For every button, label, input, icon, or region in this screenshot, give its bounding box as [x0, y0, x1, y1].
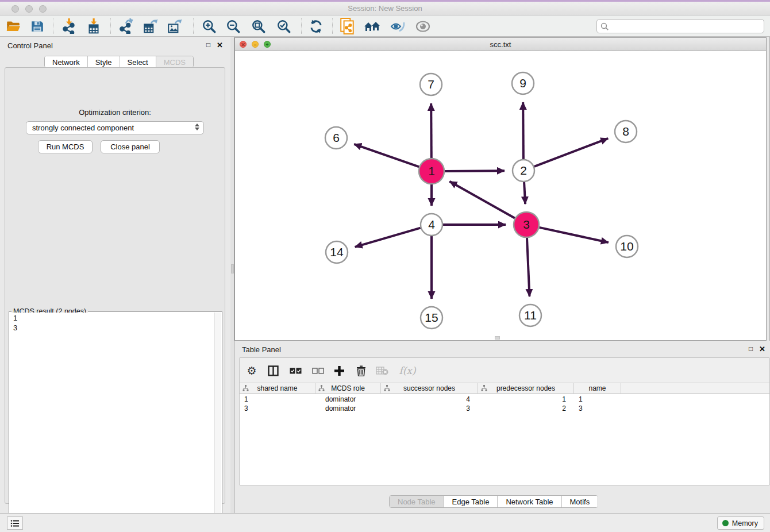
- zoom-fit-button[interactable]: [247, 17, 270, 35]
- edge-2-9[interactable]: [523, 102, 523, 159]
- node-label-15: 15: [425, 311, 438, 324]
- new-network-from-selection-button[interactable]: [336, 17, 359, 35]
- import-network-button[interactable]: [57, 17, 80, 35]
- function-builder-button[interactable]: f(x): [396, 362, 419, 379]
- houses-icon: [364, 20, 381, 33]
- import-table-button[interactable]: [82, 17, 105, 35]
- zoom-out-icon: [226, 19, 241, 34]
- node-label-14: 14: [330, 245, 344, 259]
- export-network-button[interactable]: [114, 17, 137, 35]
- attribute-tree-icon: [318, 385, 325, 392]
- mcds-tab-content: Optimization criterion: strongly connect…: [5, 67, 225, 504]
- first-neighbors-button[interactable]: [361, 17, 384, 35]
- edge-4-14[interactable]: [355, 228, 421, 247]
- tab-network-table[interactable]: Network Table: [498, 496, 561, 507]
- tab-node-table[interactable]: Node Table: [390, 496, 444, 507]
- edge-3-10[interactable]: [540, 228, 609, 242]
- window-title: Session: New Session: [0, 4, 770, 13]
- toolbar-separator: [193, 18, 194, 34]
- table-row[interactable]: 1 dominator 4 1 1: [240, 395, 769, 404]
- close-panel-icon[interactable]: ✕: [217, 41, 223, 49]
- zoom-selected-icon: [276, 19, 291, 34]
- birdseye-view-button[interactable]: [411, 17, 434, 35]
- show-columns-button[interactable]: [264, 362, 282, 379]
- search-input[interactable]: [611, 20, 760, 32]
- save-session-button[interactable]: [26, 17, 49, 35]
- control-panel-title: Control Panel: [7, 41, 53, 50]
- open-session-button[interactable]: [2, 17, 25, 35]
- delete-table-button[interactable]: [374, 362, 391, 379]
- mcds-result-text[interactable]: 1 3: [10, 313, 221, 529]
- edge-2-3[interactable]: [524, 182, 525, 204]
- select-all-columns-button[interactable]: [287, 362, 304, 379]
- search-icon: [600, 22, 609, 31]
- tab-edge-table[interactable]: Edge Table: [444, 496, 498, 507]
- vertical-splitter[interactable]: [230, 37, 234, 513]
- network-resize-handle[interactable]: [495, 336, 500, 340]
- zoom-out-button[interactable]: [222, 17, 245, 35]
- apply-layout-button[interactable]: [305, 17, 328, 35]
- edge-1-6[interactable]: [354, 144, 419, 167]
- edge-2-8[interactable]: [534, 138, 608, 167]
- table-header-row: shared name MCDS role successor nodes pr…: [240, 383, 769, 394]
- search-box: [596, 19, 764, 33]
- column-label: name: [588, 384, 606, 392]
- optimization-criterion-select[interactable]: strongly connected component: [26, 121, 204, 134]
- export-image-button[interactable]: [163, 17, 186, 35]
- column-header-name[interactable]: name: [574, 383, 621, 394]
- network-canvas[interactable]: 7968124314101511: [235, 51, 766, 340]
- zoom-selected-button[interactable]: [272, 17, 295, 35]
- edge-3-1[interactable]: [449, 182, 515, 218]
- export-network-icon: [118, 18, 134, 34]
- edge-1-2[interactable]: [445, 171, 505, 171]
- export-table-button[interactable]: [138, 17, 161, 35]
- toolbar-separator: [301, 18, 302, 34]
- column-settings-button[interactable]: ⚙: [243, 362, 260, 379]
- network-view-window: ✕ − + scc.txt 7968124314101511: [234, 37, 767, 341]
- columns-icon: [268, 365, 279, 376]
- delete-columns-button[interactable]: [352, 362, 369, 379]
- tab-select[interactable]: Select: [120, 56, 156, 67]
- tab-motifs[interactable]: Motifs: [562, 496, 598, 507]
- column-header-shared-name[interactable]: shared name: [240, 383, 315, 394]
- edge-1-7[interactable]: [431, 103, 432, 158]
- close-panel-button[interactable]: Close panel: [101, 140, 160, 153]
- result-scrollbar[interactable]: [214, 313, 221, 529]
- tab-style[interactable]: Style: [88, 56, 120, 67]
- selected-criterion: strongly connected component: [32, 124, 134, 132]
- tab-mcds[interactable]: MCDS: [156, 56, 193, 67]
- column-header-filler: [621, 383, 769, 394]
- table-row[interactable]: 3 dominator 3 2 3: [240, 404, 769, 413]
- column-header-mcds-role[interactable]: MCDS role: [315, 383, 381, 394]
- float-table-panel-icon[interactable]: □: [749, 345, 753, 353]
- task-history-button[interactable]: [7, 516, 23, 530]
- unselect-all-columns-button[interactable]: [309, 362, 326, 379]
- open-folder-icon: [6, 20, 21, 33]
- edge-3-11[interactable]: [527, 238, 530, 296]
- cell-mcds-role: dominator: [315, 404, 381, 413]
- birdseye-eye-icon: [415, 20, 431, 33]
- run-mcds-button[interactable]: Run MCDS: [38, 140, 93, 153]
- column-header-predecessor-nodes[interactable]: predecessor nodes: [478, 383, 574, 394]
- cell-shared-name: 1: [240, 395, 315, 404]
- close-table-panel-icon[interactable]: ✕: [759, 345, 765, 353]
- table-panel: Table Panel □ ✕ ⚙: [234, 341, 770, 513]
- app-window: Session: New Session: [0, 0, 770, 532]
- add-column-button[interactable]: [330, 362, 348, 379]
- checked-boxes-icon: [290, 368, 302, 374]
- memory-button[interactable]: Memory: [717, 516, 764, 530]
- column-header-successor-nodes[interactable]: successor nodes: [381, 383, 478, 394]
- node-label-6: 6: [333, 131, 340, 144]
- node-label-2: 2: [520, 164, 527, 177]
- zoom-in-button[interactable]: [198, 17, 221, 35]
- network-window-titlebar: ✕ − + scc.txt: [235, 38, 766, 51]
- splitter-handle[interactable]: [231, 264, 234, 273]
- dropdown-stepper-icon: [195, 124, 199, 130]
- float-panel-icon[interactable]: □: [206, 41, 210, 49]
- node-label-3: 3: [523, 218, 530, 231]
- cell-shared-name: 3: [240, 404, 315, 413]
- show-graphics-details-button[interactable]: [386, 17, 409, 35]
- network-graph[interactable]: 7968124314101511: [235, 51, 766, 340]
- tab-network[interactable]: Network: [45, 56, 88, 67]
- table-tabs: Node Table Edge Table Network Table Moti…: [389, 495, 598, 508]
